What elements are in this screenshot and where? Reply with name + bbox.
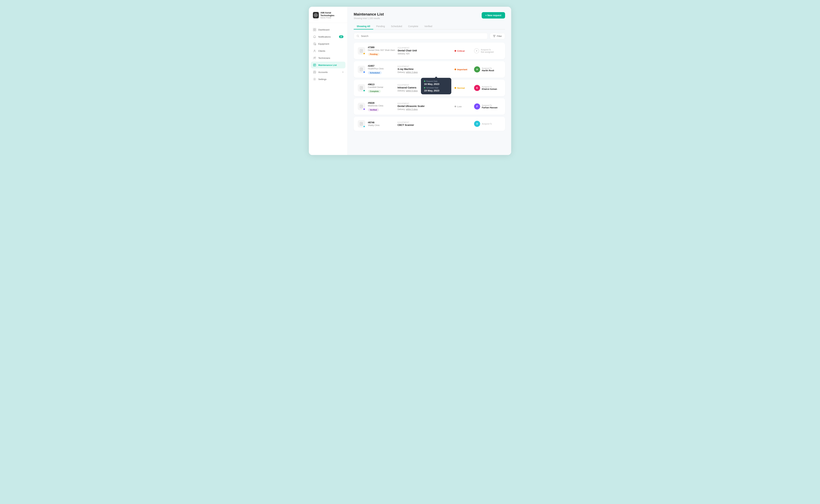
priority-label: Normal [457, 87, 465, 89]
card-location: HealthPlus Clinic [368, 68, 395, 70]
avatar: V [474, 121, 480, 127]
card-id: #8746 [368, 121, 395, 124]
tab-scheduled[interactable]: Scheduled [388, 24, 405, 29]
logo-icon [313, 12, 319, 18]
page-header: Maintenance List Showing total 1,100 res… [354, 12, 505, 20]
search-box[interactable] [354, 33, 488, 39]
main-content: Maintenance List Showing total 1,100 res… [348, 7, 511, 155]
priority-dot [454, 69, 456, 70]
sidebar-item-maintenance-list[interactable]: Maintenance List [311, 62, 345, 68]
company-logo: AIM Aerial Technologies Admin Portal [309, 7, 348, 23]
card-id: #9613 [368, 83, 395, 86]
accounts-icon [313, 70, 316, 74]
tooltip-request-label: Request Date [424, 80, 448, 82]
sidebar-label-notifications: Notifications [318, 36, 331, 38]
assign-section: V Assigned To [474, 121, 501, 127]
delivery-tooltip: Request Date 16 May, 2023 Schedule Date … [421, 78, 451, 94]
assign-add-button[interactable]: + [474, 48, 479, 53]
tab-verified[interactable]: Verified [421, 24, 435, 29]
assign-section: K Assigned To Khairul Azman [474, 85, 501, 91]
assigned-to-label: Assigned To [481, 49, 494, 51]
search-input[interactable] [361, 35, 485, 37]
status-dot [363, 108, 365, 110]
assigned-to-label: Assigned To [482, 104, 497, 106]
sidebar-label-accounts: Accounts [318, 71, 328, 73]
priority-dot [454, 87, 456, 89]
assigned-name: Khairul Azman [482, 88, 497, 90]
new-request-button[interactable]: + New request [482, 12, 505, 19]
priority-label: Low [457, 105, 462, 108]
tab-pending[interactable]: Pending [373, 24, 388, 29]
maintenance-card-8746: #8746 Vitality Clinic Equipment CBCT Sca… [354, 117, 505, 131]
tooltip-schedule-label: Schedule Date [424, 87, 448, 89]
delivery-link[interactable]: within 5 days [406, 108, 418, 111]
sidebar-item-clients[interactable]: Clients [311, 48, 345, 54]
card-id: #5028 [368, 102, 395, 104]
maintenance-card-5028: #5028 MediSmile Clinic Verified Equipmen… [354, 98, 505, 115]
avatar: F [474, 103, 480, 109]
equipment-label: Equipment [398, 65, 452, 67]
search-icon [357, 35, 359, 37]
delivery: Delivery: within 3 days [398, 71, 452, 73]
sidebar-item-settings[interactable]: Settings [311, 76, 345, 83]
notifications-icon [313, 35, 316, 38]
assigned-to-label: Assigned To [482, 123, 492, 125]
assign-section: + Assigned To Not assigned [474, 48, 501, 53]
page-subtitle: Showing total 1,100 results [354, 17, 384, 20]
equipment-name: CBCT Scanner [398, 124, 452, 126]
svg-rect-4 [315, 30, 316, 31]
sidebar-label-equipment: Equipment [318, 43, 329, 45]
filter-label: Filter [497, 35, 502, 37]
company-role: Admin Portal [321, 17, 343, 19]
priority-label: Important [457, 68, 467, 71]
priority-badge: Important [454, 68, 471, 71]
sidebar-item-technicians[interactable]: Technicians [311, 55, 345, 61]
priority-dot [454, 50, 456, 52]
tooltip-request-date: 16 May, 2023 [424, 83, 448, 85]
sidebar-label-technicians: Technicians [318, 57, 330, 59]
svg-rect-2 [315, 28, 316, 29]
tab-complete[interactable]: Complete [405, 24, 421, 29]
card-id: #7389 [368, 46, 395, 49]
avatar: H [474, 66, 480, 72]
equipment-icon [313, 42, 316, 45]
delivery-link[interactable]: within 6 days [406, 90, 418, 92]
assigned-to-label: Assigned To [482, 86, 497, 88]
priority-label: Critical [457, 50, 465, 52]
sidebar-item-accounts[interactable]: Accounts ▾ [311, 69, 345, 75]
assigned-name: Not assigned [481, 51, 494, 53]
equipment-label: Equipment [398, 47, 452, 49]
card-location: MediSmile Clinic [368, 105, 395, 107]
svg-point-7 [314, 50, 315, 51]
delivery-link[interactable]: within 3 days [406, 71, 418, 73]
sidebar-item-dashboard[interactable]: Dashboard [311, 26, 345, 33]
assigned-name: Farhan Hassan [482, 106, 497, 109]
status-dot [363, 90, 365, 92]
assigned-name: Harith Rosli [482, 69, 494, 72]
page-title: Maintenance List [354, 12, 384, 17]
equipment-name: X-ray Machine [398, 68, 452, 70]
filter-button[interactable]: Filter [490, 33, 505, 39]
tab-showing-all[interactable]: Showing All [354, 24, 373, 29]
sidebar-item-equipment[interactable]: Equipment [311, 40, 345, 47]
delivery: Delivery: within 5 days [398, 108, 452, 111]
sidebar-item-notifications[interactable]: Notifications 20 [311, 33, 345, 40]
sidebar: AIM Aerial Technologies Admin Portal Das… [309, 7, 348, 155]
status-badge: Complete [368, 90, 381, 93]
settings-icon [313, 77, 316, 81]
equipment-label: Equipment [398, 121, 452, 123]
equipment-name: Dental Chair Unit [398, 49, 452, 52]
assigned-to-label: Assigned To [482, 67, 494, 69]
maintenance-card-2457: #2457 HealthPlus Clinic Scheduled Equipm… [354, 61, 505, 78]
sidebar-nav: Dashboard Notifications 20 [309, 23, 348, 155]
sidebar-label-settings: Settings [318, 78, 327, 81]
card-location: Dental Clinic SS7 Shah Alam [368, 49, 395, 51]
svg-point-13 [314, 79, 315, 80]
svg-point-9 [315, 57, 316, 58]
priority-badge: Normal [454, 87, 471, 89]
delivery: Delivery: N/A [398, 53, 452, 55]
tabs: Showing All Pending Scheduled Complete V… [354, 24, 505, 29]
filter-icon [493, 35, 496, 37]
sidebar-label-clients: Clients [318, 50, 325, 52]
svg-rect-3 [313, 30, 314, 31]
